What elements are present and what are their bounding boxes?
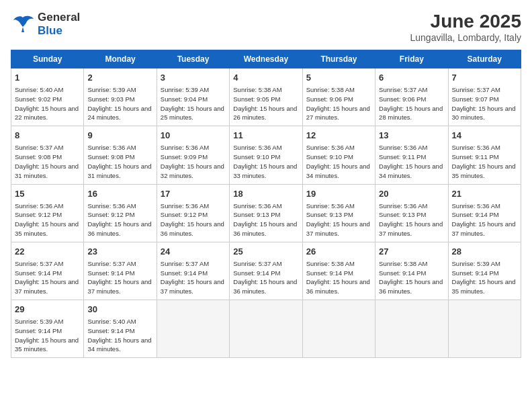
- day-number: 15: [15, 188, 80, 200]
- weekday-header-wednesday: Wednesday: [230, 50, 302, 68]
- day-info: Sunrise: 5:36 AM Sunset: 9:14 PM Dayligh…: [452, 201, 517, 238]
- day-number: 7: [452, 72, 517, 84]
- day-number: 20: [379, 188, 444, 200]
- day-number: 13: [379, 130, 444, 142]
- calendar-header: SundayMondayTuesdayWednesdayThursdayFrid…: [11, 50, 521, 68]
- day-info: Sunrise: 5:36 AM Sunset: 9:09 PM Dayligh…: [161, 143, 226, 180]
- calendar-cell: 24 Sunrise: 5:37 AM Sunset: 9:14 PM Dayl…: [157, 242, 229, 300]
- calendar-cell: 3 Sunrise: 5:39 AM Sunset: 9:04 PM Dayli…: [157, 68, 229, 126]
- day-info: Sunrise: 5:36 AM Sunset: 9:13 PM Dayligh…: [379, 201, 444, 238]
- calendar-cell: 19 Sunrise: 5:36 AM Sunset: 9:13 PM Dayl…: [302, 184, 375, 242]
- day-info: Sunrise: 5:40 AM Sunset: 9:14 PM Dayligh…: [87, 317, 152, 354]
- weekday-header-row: SundayMondayTuesdayWednesdayThursdayFrid…: [11, 50, 521, 68]
- day-info: Sunrise: 5:39 AM Sunset: 9:04 PM Dayligh…: [161, 85, 226, 122]
- calendar-cell: [157, 300, 229, 358]
- calendar-cell: 6 Sunrise: 5:37 AM Sunset: 9:06 PM Dayli…: [375, 68, 448, 126]
- calendar-body: 1 Sunrise: 5:40 AM Sunset: 9:02 PM Dayli…: [11, 68, 521, 358]
- calendar-cell: 7 Sunrise: 5:37 AM Sunset: 9:07 PM Dayli…: [448, 68, 521, 126]
- calendar-cell: [302, 300, 375, 358]
- logo-blue: Blue: [38, 24, 62, 37]
- day-number: 22: [15, 246, 80, 258]
- day-info: Sunrise: 5:36 AM Sunset: 9:13 PM Dayligh…: [306, 201, 371, 238]
- day-info: Sunrise: 5:37 AM Sunset: 9:14 PM Dayligh…: [233, 259, 298, 296]
- day-info: Sunrise: 5:36 AM Sunset: 9:10 PM Dayligh…: [233, 143, 298, 180]
- calendar-cell: [448, 300, 521, 358]
- day-number: 23: [87, 246, 152, 258]
- day-number: 1: [15, 72, 80, 84]
- day-number: 11: [233, 130, 298, 142]
- day-number: 5: [306, 72, 371, 84]
- day-number: 4: [233, 72, 298, 84]
- day-info: Sunrise: 5:37 AM Sunset: 9:08 PM Dayligh…: [15, 143, 80, 180]
- weekday-header-tuesday: Tuesday: [157, 50, 229, 68]
- day-info: Sunrise: 5:36 AM Sunset: 9:11 PM Dayligh…: [379, 143, 444, 180]
- day-number: 29: [15, 304, 80, 316]
- day-info: Sunrise: 5:39 AM Sunset: 9:14 PM Dayligh…: [452, 259, 517, 296]
- day-info: Sunrise: 5:36 AM Sunset: 9:08 PM Dayligh…: [87, 143, 152, 180]
- page-header: General Blue June 2025 Lungavilla, Lomba…: [11, 11, 521, 43]
- calendar-cell: 5 Sunrise: 5:38 AM Sunset: 9:06 PM Dayli…: [302, 68, 375, 126]
- calendar-cell: 16 Sunrise: 5:36 AM Sunset: 9:12 PM Dayl…: [84, 184, 157, 242]
- day-number: 6: [379, 72, 444, 84]
- calendar-week-3: 15 Sunrise: 5:36 AM Sunset: 9:12 PM Dayl…: [11, 184, 521, 242]
- day-info: Sunrise: 5:38 AM Sunset: 9:14 PM Dayligh…: [379, 259, 444, 296]
- day-number: 24: [161, 246, 226, 258]
- calendar-cell: 30 Sunrise: 5:40 AM Sunset: 9:14 PM Dayl…: [84, 300, 157, 358]
- calendar-cell: 28 Sunrise: 5:39 AM Sunset: 9:14 PM Dayl…: [448, 242, 521, 300]
- day-number: 28: [452, 246, 517, 258]
- day-number: 19: [306, 188, 371, 200]
- day-number: 16: [87, 188, 152, 200]
- weekday-header-thursday: Thursday: [302, 50, 375, 68]
- day-number: 17: [161, 188, 226, 200]
- logo: General Blue: [11, 11, 80, 38]
- day-number: 21: [452, 188, 517, 200]
- title-area: June 2025 Lungavilla, Lombardy, Italy: [410, 11, 522, 43]
- weekday-header-saturday: Saturday: [448, 50, 521, 68]
- day-number: 25: [233, 246, 298, 258]
- weekday-header-monday: Monday: [84, 50, 157, 68]
- day-info: Sunrise: 5:36 AM Sunset: 9:13 PM Dayligh…: [233, 201, 298, 238]
- calendar-cell: 12 Sunrise: 5:36 AM Sunset: 9:10 PM Dayl…: [302, 126, 375, 184]
- calendar-cell: 15 Sunrise: 5:36 AM Sunset: 9:12 PM Dayl…: [11, 184, 84, 242]
- day-info: Sunrise: 5:39 AM Sunset: 9:03 PM Dayligh…: [87, 85, 152, 122]
- calendar-cell: 26 Sunrise: 5:38 AM Sunset: 9:14 PM Dayl…: [302, 242, 375, 300]
- calendar-cell: 25 Sunrise: 5:37 AM Sunset: 9:14 PM Dayl…: [230, 242, 302, 300]
- calendar-cell: 8 Sunrise: 5:37 AM Sunset: 9:08 PM Dayli…: [11, 126, 84, 184]
- calendar-week-5: 29 Sunrise: 5:39 AM Sunset: 9:14 PM Dayl…: [11, 300, 521, 358]
- logo-icon: [11, 12, 35, 36]
- day-info: Sunrise: 5:37 AM Sunset: 9:07 PM Dayligh…: [452, 85, 517, 122]
- day-number: 12: [306, 130, 371, 142]
- weekday-header-sunday: Sunday: [11, 50, 84, 68]
- day-info: Sunrise: 5:36 AM Sunset: 9:12 PM Dayligh…: [87, 201, 152, 238]
- day-info: Sunrise: 5:40 AM Sunset: 9:02 PM Dayligh…: [15, 85, 80, 122]
- logo-text: General Blue: [38, 11, 80, 38]
- calendar-cell: 17 Sunrise: 5:36 AM Sunset: 9:12 PM Dayl…: [157, 184, 229, 242]
- weekday-header-friday: Friday: [375, 50, 448, 68]
- calendar-week-4: 22 Sunrise: 5:37 AM Sunset: 9:14 PM Dayl…: [11, 242, 521, 300]
- calendar-cell: [375, 300, 448, 358]
- day-info: Sunrise: 5:39 AM Sunset: 9:14 PM Dayligh…: [15, 317, 80, 354]
- day-info: Sunrise: 5:36 AM Sunset: 9:12 PM Dayligh…: [161, 201, 226, 238]
- day-number: 8: [15, 130, 80, 142]
- calendar-cell: 21 Sunrise: 5:36 AM Sunset: 9:14 PM Dayl…: [448, 184, 521, 242]
- day-number: 10: [161, 130, 226, 142]
- calendar-cell: 18 Sunrise: 5:36 AM Sunset: 9:13 PM Dayl…: [230, 184, 302, 242]
- day-number: 30: [87, 304, 152, 316]
- day-number: 2: [87, 72, 152, 84]
- calendar-week-2: 8 Sunrise: 5:37 AM Sunset: 9:08 PM Dayli…: [11, 126, 521, 184]
- day-number: 27: [379, 246, 444, 258]
- day-info: Sunrise: 5:36 AM Sunset: 9:12 PM Dayligh…: [15, 201, 80, 238]
- location-subtitle: Lungavilla, Lombardy, Italy: [410, 32, 522, 43]
- day-info: Sunrise: 5:37 AM Sunset: 9:14 PM Dayligh…: [161, 259, 226, 296]
- calendar-cell: 1 Sunrise: 5:40 AM Sunset: 9:02 PM Dayli…: [11, 68, 84, 126]
- calendar-cell: [230, 300, 302, 358]
- calendar-cell: 9 Sunrise: 5:36 AM Sunset: 9:08 PM Dayli…: [84, 126, 157, 184]
- day-info: Sunrise: 5:37 AM Sunset: 9:14 PM Dayligh…: [15, 259, 80, 296]
- calendar-table: SundayMondayTuesdayWednesdayThursdayFrid…: [11, 50, 521, 358]
- calendar-week-1: 1 Sunrise: 5:40 AM Sunset: 9:02 PM Dayli…: [11, 68, 521, 126]
- day-info: Sunrise: 5:36 AM Sunset: 9:10 PM Dayligh…: [306, 143, 371, 180]
- calendar-cell: 10 Sunrise: 5:36 AM Sunset: 9:09 PM Dayl…: [157, 126, 229, 184]
- day-number: 9: [87, 130, 152, 142]
- calendar-cell: 14 Sunrise: 5:36 AM Sunset: 9:11 PM Dayl…: [448, 126, 521, 184]
- calendar-cell: 20 Sunrise: 5:36 AM Sunset: 9:13 PM Dayl…: [375, 184, 448, 242]
